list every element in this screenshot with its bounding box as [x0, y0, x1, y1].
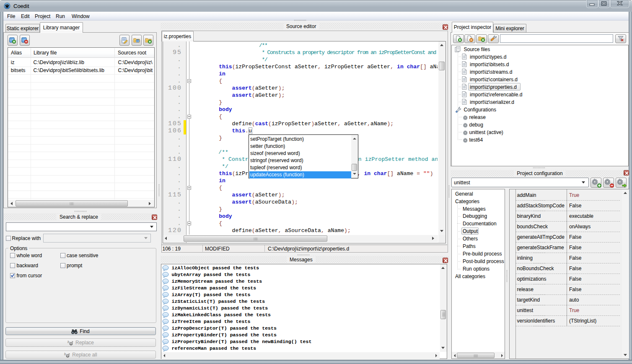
svg-text:b: b — [67, 340, 70, 344]
svg-text:b: b — [64, 352, 66, 356]
